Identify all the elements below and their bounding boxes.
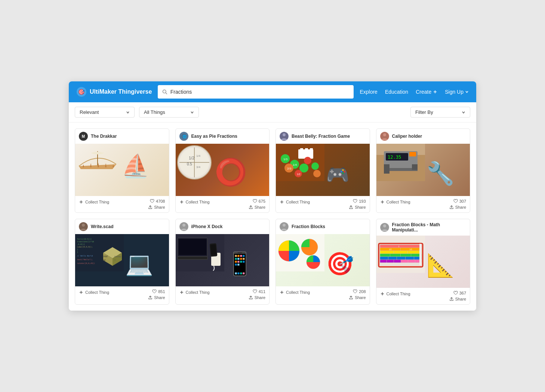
- card-write: Write.scad for(i=[0:5]){ translate([i*10…: [75, 219, 169, 305]
- card-drakkar: M The Drakkar: [75, 128, 169, 213]
- card-title[interactable]: Fraction Blocks: [292, 224, 325, 229]
- filterby-filter[interactable]: Filter By: [410, 107, 470, 118]
- share-icon: [249, 295, 253, 300]
- category-filter[interactable]: All Things: [139, 107, 199, 118]
- card-title[interactable]: Write.scad: [91, 224, 113, 229]
- plus-collect-icon: [280, 200, 284, 204]
- card-header: Write.scad: [75, 219, 169, 234]
- nav-signup[interactable]: Sign Up: [445, 89, 469, 95]
- card-title[interactable]: Beast Belly: Fraction Game: [292, 134, 350, 139]
- like-row[interactable]: 193: [353, 199, 366, 203]
- share-row[interactable]: Share: [349, 205, 366, 209]
- collect-button[interactable]: Collect Thing: [380, 199, 410, 205]
- share-icon: [148, 295, 153, 300]
- card-title[interactable]: The Drakkar: [91, 134, 117, 139]
- card-header: Caliper holder: [376, 129, 470, 144]
- filters-row: Relevant All Things Filter By: [69, 102, 476, 122]
- card-image-pie[interactable]: 1/2 0.5 1/4 3/4: [176, 144, 270, 196]
- collect-button[interactable]: Collect Thing: [179, 199, 210, 205]
- search-bar[interactable]: Fractions: [158, 85, 354, 99]
- like-row[interactable]: 307: [453, 199, 466, 203]
- svg-text:la!: la!: [103, 259, 106, 261]
- avatar: [79, 222, 88, 231]
- search-input[interactable]: Fractions: [170, 89, 350, 95]
- svg-text:for(i=[0:5]){: for(i=[0:5]){: [77, 238, 92, 240]
- like-row[interactable]: 367: [453, 291, 466, 295]
- svg-rect-50: [384, 164, 389, 174]
- share-row[interactable]: Share: [148, 295, 165, 300]
- svg-rect-25: [305, 148, 308, 150]
- heart-icon: [453, 199, 458, 203]
- svg-text:1/2: 1/2: [409, 248, 412, 251]
- heart-icon: [353, 289, 357, 294]
- like-share-area: 307 Share: [449, 199, 466, 209]
- collect-button[interactable]: Collect Thing: [179, 289, 210, 295]
- card-image-beast[interactable]: 1/3 1/4 2/3 1/2: [276, 144, 370, 196]
- card-title[interactable]: Easy as Pie Fractions: [191, 134, 237, 139]
- share-row[interactable]: Share: [148, 205, 165, 209]
- card-actions: Collect Thing 4708: [75, 196, 169, 212]
- like-share-area: 411 Share: [249, 289, 265, 300]
- svg-text:1/3: 1/3: [283, 158, 288, 161]
- svg-point-38: [313, 170, 321, 177]
- share-row[interactable]: Share: [449, 205, 466, 209]
- share-row[interactable]: Share: [349, 295, 366, 300]
- like-share-area: 851 Share: [148, 289, 165, 300]
- heart-icon: [150, 199, 154, 203]
- chevron-down-icon: [465, 90, 469, 94]
- card-title[interactable]: iPhone X Dock: [191, 224, 223, 229]
- svg-rect-24: [300, 148, 303, 150]
- svg-point-21: [283, 133, 286, 136]
- nav-explore[interactable]: Explore: [360, 89, 377, 95]
- card-image-iphone[interactable]: [176, 234, 270, 286]
- like-row[interactable]: 675: [253, 199, 265, 203]
- browser-window: 🎯 UltiMaker Thingiverse Fractions Explor…: [69, 81, 476, 311]
- svg-rect-48: [409, 152, 416, 156]
- share-row[interactable]: Share: [249, 295, 265, 300]
- card-image-write[interactable]: for(i=[0:5]){ translate([i*10 ,0,0]){ cu…: [75, 234, 169, 286]
- like-row[interactable]: 208: [353, 289, 366, 294]
- svg-text:,0,0]){: ,0,0]){: [77, 243, 85, 245]
- card-header: 🌐 Easy as Pie Fractions: [176, 129, 270, 144]
- share-row[interactable]: Share: [249, 205, 265, 209]
- collect-button[interactable]: Collect Thing: [380, 291, 410, 297]
- card-header: Fraction Blocks: [276, 219, 370, 234]
- svg-text:0.5: 0.5: [187, 162, 192, 166]
- plus-collect-icon: [179, 200, 184, 204]
- collect-button[interactable]: Collect Thing: [79, 289, 109, 295]
- like-row[interactable]: 411: [253, 289, 265, 294]
- card-title[interactable]: Caliper holder: [392, 134, 422, 139]
- card-image-drakkar[interactable]: [75, 144, 169, 196]
- like-share-area: 367 Share: [449, 291, 466, 301]
- svg-point-95: [383, 224, 386, 227]
- svg-rect-114: [397, 257, 405, 259]
- avatar: [179, 222, 188, 231]
- nav-create[interactable]: Create: [416, 89, 437, 95]
- filterby-chevron-icon: [462, 111, 465, 114]
- share-row[interactable]: Share: [449, 297, 466, 301]
- logo-area[interactable]: 🎯 UltiMaker Thingiverse: [76, 87, 152, 97]
- logo-text: UltiMaker Thingiverse: [90, 88, 152, 95]
- card-actions: Collect Thing 208: [276, 286, 370, 303]
- card-image-math[interactable]: 1 1/2 1/2: [376, 236, 470, 288]
- collect-button[interactable]: Collect Thing: [280, 199, 310, 205]
- card-title[interactable]: Fraction Blocks - Math Manipulati...: [392, 222, 467, 233]
- card-image-fraction[interactable]: [276, 234, 370, 286]
- heart-icon: [253, 199, 257, 203]
- card-image-caliper[interactable]: 12.35: [376, 144, 470, 196]
- nav-education[interactable]: Education: [385, 89, 408, 95]
- share-icon: [148, 205, 153, 209]
- sort-filter[interactable]: Relevant: [75, 107, 135, 118]
- card-iphone: iPhone X Dock: [175, 219, 270, 305]
- card-beast: Beast Belly: Fraction Game 1/3 1/4: [275, 128, 370, 213]
- svg-text:3/4: 3/4: [196, 165, 201, 169]
- heart-icon: [453, 291, 458, 295]
- like-row[interactable]: 4708: [150, 199, 165, 203]
- svg-point-36: [304, 157, 311, 164]
- collect-button[interactable]: Collect Thing: [79, 199, 109, 205]
- collect-button[interactable]: Collect Thing: [280, 289, 310, 295]
- like-share-area: 4708 Share: [148, 199, 165, 209]
- like-row[interactable]: 851: [152, 289, 165, 294]
- svg-rect-110: [401, 254, 411, 256]
- svg-text:translate([i*10: translate([i*10: [77, 240, 94, 243]
